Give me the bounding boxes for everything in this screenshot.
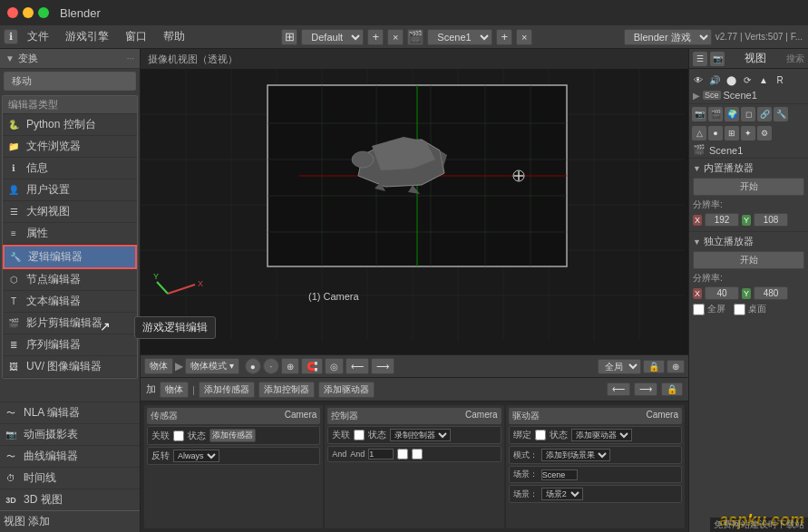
pan-btn[interactable]: ⊕ — [667, 360, 685, 373]
lock-btn[interactable]: 🔒 — [643, 360, 665, 373]
editor-item-props[interactable]: ≡ 属性 — [3, 223, 137, 245]
help-menu[interactable]: 帮助 — [156, 27, 192, 46]
editor-item-dopesheet[interactable]: 📷 动画摄影表 — [0, 423, 140, 445]
remove-scene-btn[interactable]: × — [516, 29, 532, 45]
object-tab[interactable]: 物体 — [160, 382, 189, 398]
render-icon[interactable]: 📷 — [692, 107, 706, 121]
close-button[interactable] — [7, 7, 18, 18]
controller-add-btn[interactable]: 添加控制器 — [258, 382, 315, 398]
editor-item-text[interactable]: T 文本编辑器 — [3, 291, 137, 313]
editor-label-user: 用户设置 — [26, 182, 70, 198]
mode-select[interactable]: 物体模式 ▾ — [185, 358, 239, 374]
world-icon[interactable]: 🌍 — [725, 107, 739, 121]
and-input[interactable] — [368, 449, 394, 459]
move-button[interactable]: 移动 — [4, 72, 136, 91]
editor-item-info[interactable]: ℹ 信息 — [3, 158, 137, 179]
sensor-type-btn[interactable]: 添加传感器 — [209, 429, 256, 442]
start-btn2[interactable]: 开始 — [693, 251, 804, 269]
filter-icon1[interactable]: 👁 — [691, 73, 706, 87]
modifier-icon[interactable]: 🔧 — [774, 107, 788, 121]
scene-select[interactable]: Scene1 — [427, 29, 492, 45]
constraint-icon[interactable]: 🔗 — [757, 107, 772, 121]
editor-label-timeline: 时间线 — [24, 470, 56, 486]
controller-select[interactable]: 录制控制器 — [390, 429, 451, 441]
desktop-check[interactable] — [734, 304, 745, 315]
add-scene-btn[interactable]: + — [496, 29, 512, 45]
info-menu-btn[interactable]: ℹ — [4, 29, 18, 44]
maximize-button[interactable] — [38, 7, 49, 18]
add-btn[interactable]: ⊕ — [281, 358, 299, 374]
filter-icon2[interactable]: 🔊 — [707, 73, 722, 87]
editor-item-python[interactable]: 🐍 Python 控制台 — [3, 114, 137, 136]
texture-icon[interactable]: ⊞ — [725, 126, 739, 140]
editor-item-node[interactable]: ⬡ 节点编辑器 — [3, 269, 137, 291]
extra-btn3[interactable]: 🔒 — [661, 382, 683, 396]
editor-item-seq[interactable]: ≣ 序列编辑器 — [3, 334, 137, 356]
particle-icon[interactable]: ✦ — [741, 126, 755, 140]
editor-item-timeline[interactable]: ⏱ 时间线 — [0, 467, 140, 488]
object-icon[interactable]: ◻ — [741, 107, 755, 121]
editor-item-curve[interactable]: 〜 曲线编辑器 — [0, 445, 140, 467]
result-select[interactable]: 场景2 — [541, 488, 583, 500]
minimize-button[interactable] — [23, 7, 34, 18]
game-engine-menu[interactable]: 游戏引擎 — [58, 27, 116, 46]
file-menu[interactable]: 文件 — [20, 27, 56, 46]
start-btn[interactable]: 开始 — [693, 178, 804, 196]
editor-item-outliner[interactable]: ☰ 大纲视图 — [3, 201, 137, 223]
editor-item-logic[interactable]: 🔧 逻辑编辑器 — [3, 245, 137, 269]
and-check2[interactable] — [412, 449, 423, 459]
window-menu[interactable]: 窗口 — [118, 27, 154, 46]
material-icon[interactable]: ● — [708, 126, 723, 140]
filter-icon6[interactable]: R — [773, 73, 787, 87]
snap-btn[interactable]: 🧲 — [301, 358, 323, 374]
sce-badge: Sce — [703, 91, 721, 100]
layout-select[interactable]: Default — [301, 29, 364, 45]
editor-item-file[interactable]: 📁 文件浏览器 — [3, 136, 137, 158]
sensor-select[interactable]: Always — [173, 450, 219, 462]
actuator-mode[interactable]: 添加到场景果 — [541, 449, 610, 461]
res2-y-input[interactable] — [754, 286, 788, 300]
actuator-select[interactable]: 添加驱动器 — [571, 429, 632, 441]
res-y-input[interactable] — [754, 213, 788, 227]
res2-x-input[interactable] — [705, 286, 739, 300]
remove-layout-btn[interactable]: × — [387, 29, 404, 45]
and-check[interactable] — [397, 449, 408, 459]
global-select[interactable]: 全局 — [598, 359, 641, 374]
editor-item-nla[interactable]: 〜 NLA 编辑器 — [0, 401, 140, 423]
draw-mode-btn[interactable]: ● — [245, 358, 261, 374]
editor-label-outliner: 大纲视图 — [26, 204, 70, 219]
render-btn[interactable]: ⟶ — [371, 358, 394, 374]
controller-check[interactable] — [354, 430, 365, 440]
dot-btn[interactable]: · — [263, 358, 279, 374]
camera-icon-btn[interactable]: 📷 — [710, 52, 725, 66]
fullscreen-check[interactable] — [693, 304, 705, 315]
extra-btn2[interactable]: ⟶ — [634, 382, 657, 396]
extra-btn1[interactable]: ⟵ — [607, 382, 630, 396]
viewport-3d[interactable]: X Y (1) Camera — [141, 69, 688, 354]
editor-item-uv[interactable]: 🖼 UV/ 图像编辑器 — [3, 356, 137, 378]
scene-input[interactable] — [541, 469, 578, 480]
outliner-icon-btn[interactable]: ☰ — [693, 52, 707, 66]
object-btn[interactable]: 物体 — [144, 358, 173, 374]
search-btn[interactable]: 搜索 — [786, 53, 804, 65]
mirror-btn[interactable]: ⟵ — [346, 358, 369, 374]
text-icon: T — [6, 295, 21, 309]
editor-item-clip[interactable]: 🎬 影片剪辑编辑器 — [3, 313, 137, 334]
editor-item-3dview[interactable]: 3D 3D 视图 — [0, 488, 140, 510]
prop-btn[interactable]: ◎ — [325, 358, 344, 374]
editor-item-user[interactable]: 👤 用户设置 — [3, 179, 137, 201]
add-layout-btn[interactable]: + — [367, 29, 384, 45]
actuator-check[interactable] — [535, 430, 546, 440]
filter-icon3[interactable]: ⬤ — [724, 73, 738, 87]
data-icon[interactable]: △ — [692, 126, 706, 140]
filter-icon4[interactable]: ⟳ — [740, 73, 754, 87]
engine-select[interactable]: Blender 游戏 — [624, 29, 712, 45]
filter-icon5[interactable]: ▲ — [756, 73, 771, 87]
sensor-add-btn[interactable]: 添加传感器 — [199, 382, 255, 398]
res-x-input[interactable] — [705, 213, 739, 227]
sensor-check1[interactable] — [173, 430, 184, 441]
actuator-add-btn[interactable]: 添加驱动器 — [318, 382, 375, 398]
physics-icon[interactable]: ⚙ — [757, 126, 772, 140]
outliner-scene-item[interactable]: ▶ Sce Scene1 — [691, 89, 806, 102]
scene-prop-icon[interactable]: 🎬 — [708, 107, 723, 121]
